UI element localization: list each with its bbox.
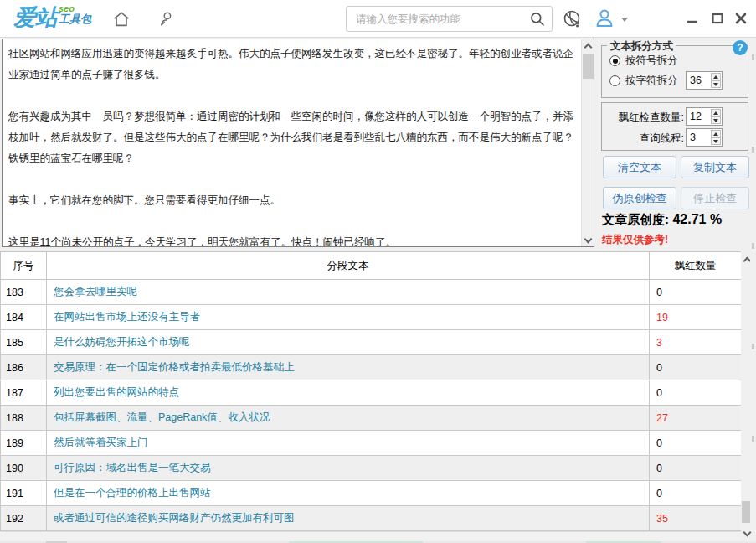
spinner-up-icon[interactable] [711,109,721,116]
horizontal-scrollbar[interactable] [0,531,741,541]
table-row[interactable]: 186交易原理：在一个固定价格或者拍卖最低价格基础上0 [1,355,742,380]
row-index-cell: 186 [1,355,47,380]
query-threads-input[interactable] [690,132,710,143]
row-index-cell: 184 [1,305,47,330]
table-row[interactable]: 183您会拿去哪里卖呢0 [1,280,742,305]
red-count-cell: 35 [650,506,742,531]
user-avatar-icon[interactable] [594,8,615,29]
check-options-groupbox: 飘红检查数量: 查询线程: [601,102,748,151]
red-count-cell: 0 [650,355,742,380]
editor-paragraph: 您有兴趣成为其中一员吗？梦想很简单：通过周密的计划和一些空闲的时间，像您这样的人… [8,106,578,169]
red-count-cell: 27 [650,406,742,431]
originality-label: 文章原创度: [602,212,669,226]
search-box [346,6,553,32]
spinner-down-icon[interactable] [711,80,721,88]
user-dropdown-caret[interactable] [621,16,628,23]
stop-check-button[interactable]: 停止检查 [681,187,749,209]
clear-text-button[interactable]: 清空文本 [603,156,676,178]
table-row[interactable]: 190可行原因：域名出售是一笔大交易0 [1,456,742,481]
query-threads-label: 查询线程: [605,132,684,146]
source-text-editor[interactable]: 社区网站和网络应用迅速的变得越来越炙手可热。伟大的点子使网络发生改变，这已经不是… [2,39,594,247]
segment-text-link[interactable]: 您会拿去哪里卖呢 [47,280,650,305]
table-row[interactable]: 192或者通过可信的途径购买网络财产仍然更加有利可图35 [1,506,742,531]
segment-text-link[interactable]: 是什么妨碍您开拓这个市场呢 [47,330,650,355]
account-icon[interactable] [157,9,177,29]
spinner-up-icon[interactable] [711,73,721,80]
minimize-button[interactable] [683,10,702,27]
char-count-input[interactable] [690,75,710,86]
editor-paragraph: 社区网站和网络应用迅速的变得越来越炙手可热。伟大的点子使网络发生改变，这已经不是… [8,44,578,85]
segment-text-link[interactable]: 但是在一个合理的价格上出售网站 [47,481,650,506]
originality-value: 42.71 % [672,212,722,226]
query-threads-spinner [686,128,723,147]
table-row[interactable]: 189然后就等着买家上门0 [1,431,742,456]
home-icon[interactable] [111,9,131,29]
editor-scrollbar-thumb[interactable] [583,54,594,79]
originality-result: 文章原创度: 42.71 % [602,212,722,228]
row-index-cell: 190 [1,456,47,481]
editor-scrollbar[interactable] [581,39,594,246]
radio-selected-icon[interactable] [609,55,620,66]
logo-text-main: 爱站 [13,4,57,31]
segment-text-link[interactable]: 然后就等着买家上门 [47,431,650,456]
row-index-cell: 191 [1,481,47,506]
spinner-up-icon[interactable] [711,130,721,137]
row-index-cell: 188 [1,406,47,431]
segment-text-link[interactable]: 交易原理：在一个固定价格或者拍卖最低价格基础上 [47,355,650,380]
segment-text-link[interactable]: 或者通过可信的途径购买网络财产仍然更加有利可图 [47,506,650,531]
split-mode-groupbox: 文本拆分方式 按符号拆分 按字符拆分 [601,45,748,98]
search-input[interactable] [347,7,527,31]
red-count-cell: 0 [650,456,742,481]
table-row[interactable]: 184在网站出售市场上还没有主导者19 [1,305,742,330]
table-row[interactable]: 187列出您要出售的网站的特点0 [1,380,742,406]
table-row[interactable]: 191但是在一个合理的价格上出售网站0 [1,481,742,506]
pseudo-original-check-button[interactable]: 伪原创检查 [603,187,676,209]
scroll-up-icon[interactable] [582,39,594,53]
result-disclaimer: 结果仅供参考! [602,233,668,247]
row-index-cell: 185 [1,330,47,355]
red-check-count-label: 飘红检查数量: [605,111,684,125]
column-header-index: 序号 [1,252,47,280]
char-count-spinner [686,71,723,90]
column-header-segment: 分段文本 [47,252,650,280]
window-edge [750,38,756,531]
row-index-cell: 187 [1,380,47,406]
segment-table: 序号 分段文本 飘红数量 183您会拿去哪里卖呢0184在网站出售市场上还没有主… [0,251,742,531]
red-count-cell: 0 [650,280,742,305]
spinner-down-icon[interactable] [711,137,721,145]
row-index-cell: 192 [1,506,47,531]
segment-text-link[interactable]: 列出您要出售的网站的特点 [47,380,650,406]
table-row[interactable]: 185是什么妨碍您开拓这个市场呢3 [1,330,742,355]
radio-split-by-chars[interactable]: 按字符拆分 [609,74,678,88]
logo-text-sub: 工具包 [59,13,91,25]
app-logo: 爱站 seo 工具包 [13,4,91,31]
row-index-cell: 183 [1,280,47,305]
top-bar: 爱站 seo 工具包 [0,0,756,38]
app-window: 爱站 seo 工具包 [0,0,756,543]
segment-text-link[interactable]: 在网站出售市场上还没有主导者 [47,305,650,330]
red-check-count-input[interactable] [690,111,710,122]
red-count-cell: 0 [650,431,742,456]
red-count-cell: 0 [650,380,742,406]
radio-split-by-symbol[interactable]: 按符号拆分 [609,54,678,68]
network-icon[interactable] [562,8,584,30]
column-header-red-count: 飘红数量 [650,252,742,280]
segment-text-link[interactable]: 包括屏幕截图、流量、PageRank值、收入状况 [47,406,650,431]
maximize-button[interactable] [708,10,727,27]
scroll-down-icon[interactable] [582,233,594,246]
help-icon[interactable]: ? [733,40,748,55]
editor-content[interactable]: 社区网站和网络应用迅速的变得越来越炙手可热。伟大的点子使网络发生改变，这已经不是… [3,39,581,246]
table-header-row: 序号 分段文本 飘红数量 [1,252,742,280]
table-row[interactable]: 188包括屏幕截图、流量、PageRank值、收入状况27 [1,406,742,431]
segment-text-link[interactable]: 可行原因：域名出售是一笔大交易 [47,456,650,481]
search-icon[interactable] [529,11,546,28]
spinner-down-icon[interactable] [711,116,721,124]
red-check-count-spinner [686,107,723,126]
red-count-cell: 0 [650,481,742,506]
editor-paragraph: 这里是11个尚未公开的点子，今天学习了，明天您就富有了。快点！闹钟已经响了。 [8,232,578,246]
radio-unselected-icon[interactable] [609,75,620,86]
split-mode-title: 文本拆分方式 [607,39,676,54]
close-icon[interactable] [732,10,750,27]
red-count-cell: 3 [650,330,742,355]
copy-text-button[interactable]: 复制文本 [681,156,749,178]
